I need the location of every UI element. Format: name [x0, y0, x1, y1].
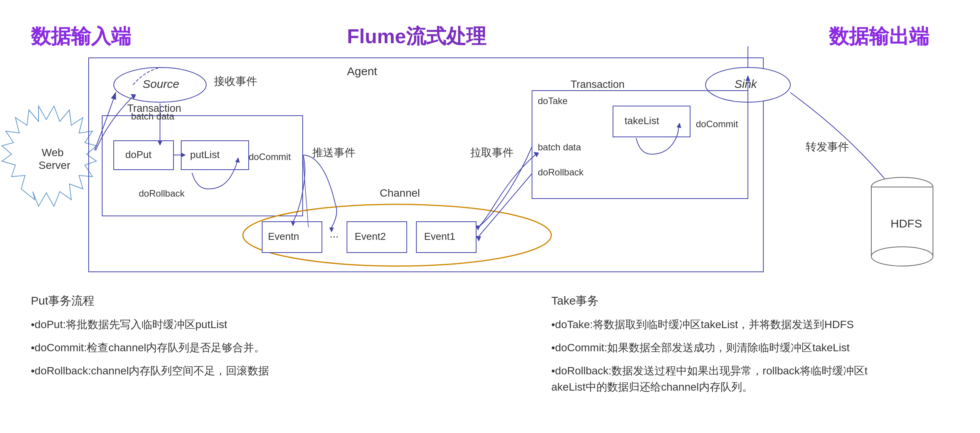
svg-marker-47 — [534, 152, 539, 157]
svg-marker-50 — [476, 236, 481, 241]
svg-text:Eventn: Eventn — [268, 231, 299, 242]
svg-text:doRollback: doRollback — [538, 167, 584, 177]
svg-rect-20 — [532, 91, 748, 199]
svg-rect-36 — [416, 222, 476, 253]
svg-rect-9 — [102, 116, 303, 216]
svg-marker-53 — [131, 94, 136, 99]
svg-text:···: ··· — [330, 230, 338, 242]
svg-marker-38 — [158, 141, 162, 146]
svg-point-5 — [114, 67, 206, 102]
title-data-input: 数据输入端 — [31, 23, 131, 50]
svg-text:doRollback: doRollback — [139, 188, 185, 199]
svg-marker-44 — [329, 227, 334, 233]
svg-point-54 — [871, 177, 933, 197]
put-item-3: •doRollback:channel内存队列空间不足，回滚数据 — [31, 363, 436, 379]
svg-rect-13 — [181, 141, 249, 170]
put-item-2: •doCommit:检查channel内存队列是否足够合并。 — [31, 340, 436, 356]
svg-text:转发事件: 转发事件 — [806, 141, 849, 153]
svg-marker-16 — [181, 153, 186, 157]
svg-marker-51 — [746, 75, 750, 81]
svg-marker-0 — [2, 106, 96, 206]
svg-text:putList: putList — [190, 149, 220, 160]
svg-text:Source: Source — [143, 78, 179, 90]
svg-text:Event1: Event1 — [424, 231, 455, 242]
svg-text:batch data: batch data — [131, 111, 175, 121]
svg-text:拉取事件: 拉取事件 — [470, 147, 514, 158]
svg-text:Sink: Sink — [734, 78, 758, 90]
svg-text:doPut: doPut — [125, 149, 152, 160]
svg-text:Web: Web — [42, 147, 64, 158]
put-transaction-title: Put事务流程 — [31, 293, 436, 309]
svg-text:takeList: takeList — [625, 115, 659, 126]
svg-rect-3 — [89, 58, 763, 272]
bottom-section: Put事务流程 •doPut:将批数据先写入临时缓冲区putList •doCo… — [31, 293, 956, 402]
take-transaction-title: Take事务 — [551, 293, 956, 309]
svg-marker-17 — [235, 157, 240, 163]
svg-text:doCommit: doCommit — [696, 119, 738, 129]
svg-rect-22 — [613, 106, 690, 137]
svg-marker-28 — [677, 123, 681, 128]
svg-text:接收事件: 接收事件 — [214, 75, 257, 87]
svg-text:Event2: Event2 — [355, 231, 386, 242]
put-item-1: •doPut:将批数据先写入临时缓冲区putList — [31, 317, 436, 333]
svg-rect-11 — [114, 141, 173, 170]
svg-point-7 — [706, 67, 790, 102]
svg-text:推送事件: 推送事件 — [312, 147, 355, 158]
svg-line-45 — [303, 155, 308, 227]
svg-text:doCommit: doCommit — [249, 152, 291, 162]
take-item-2: •doCommit:如果数据全部发送成功，则清除临时缓冲区takeList — [551, 340, 956, 356]
take-item-1: •doTake:将数据取到临时缓冲区takeList，并将数据发送到HDFS — [551, 317, 956, 333]
svg-point-56 — [871, 247, 933, 266]
svg-text:Transaction: Transaction — [127, 103, 181, 114]
svg-point-29 — [243, 204, 551, 266]
bottom-left-section: Put事务流程 •doPut:将批数据先写入临时缓冲区putList •doCo… — [31, 293, 436, 402]
svg-line-49 — [478, 174, 532, 237]
svg-marker-52 — [885, 179, 890, 184]
svg-rect-34 — [347, 222, 407, 253]
main-container: 数据输入端 Flume流式处理 数据输出端 Web Server Agent S… — [0, 0, 980, 433]
svg-text:Server: Server — [39, 159, 70, 171]
svg-text:Channel: Channel — [380, 187, 420, 199]
svg-text:batch data: batch data — [538, 142, 581, 152]
title-flume-processing: Flume流式处理 — [347, 23, 486, 50]
svg-marker-46 — [291, 221, 295, 226]
svg-text:doTake: doTake — [538, 96, 567, 106]
svg-marker-48 — [476, 226, 480, 231]
svg-text:Agent: Agent — [347, 65, 377, 78]
svg-rect-55 — [871, 187, 933, 256]
take-item-3: •doRollback:数据发送过程中如果出现异常，rollback将临时缓冲区… — [551, 363, 956, 395]
svg-rect-31 — [262, 222, 322, 253]
title-data-output: 数据输出端 — [829, 23, 929, 50]
bottom-right-section: Take事务 •doTake:将数据取到临时缓冲区takeList，并将数据发送… — [551, 293, 956, 402]
svg-text:HDFS: HDFS — [891, 217, 922, 230]
svg-text:Transaction: Transaction — [571, 79, 625, 90]
